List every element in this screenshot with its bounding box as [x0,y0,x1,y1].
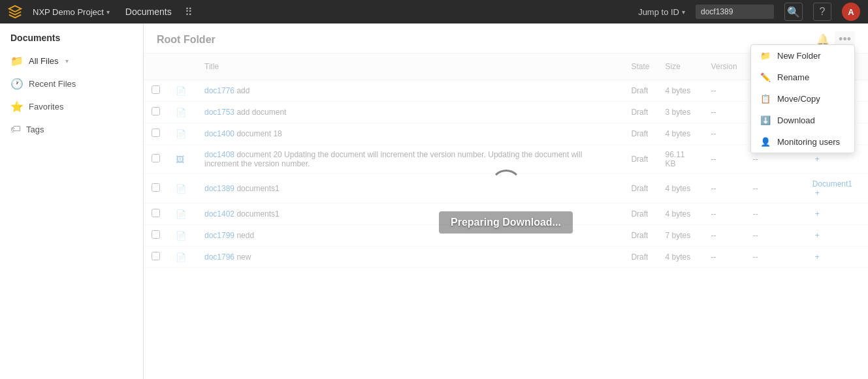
table-row: 📄 doc1402 documents1 Draft 4 bytes -- --… [144,204,868,225]
doc-name: add [236,86,249,95]
row-version-cell: -- [703,174,745,204]
monitoring-icon: 👤 [760,137,771,147]
app-layout: Documents 📁 All Files ▾ 🕐 Recent Files ⭐… [0,23,868,379]
sidebar-item-recent-files[interactable]: 🕐 Recent Files [0,72,143,95]
dropdown-new-folder-label: New Folder [777,51,820,61]
jump-to-id[interactable]: Jump to ID ▾ [638,7,685,17]
row-version-cell: -- [703,204,745,225]
row-checkbox-cell[interactable] [144,145,168,174]
row-modified-cell: -- [745,174,805,204]
dropdown-item-download[interactable]: ⬇️ Download [751,110,854,131]
add-version-icon[interactable]: + [815,155,820,164]
row-checkbox[interactable] [152,252,160,260]
dropdown-move-copy-label: Move/Copy [777,94,820,104]
table-row: 📄 doc1796 new Draft 4 bytes -- -- + [144,247,868,268]
doc-id-link[interactable]: doc1408 [204,150,234,159]
add-version-icon[interactable]: + [815,252,820,262]
dropdown-item-move-copy[interactable]: 📋 Move/Copy [751,88,854,110]
sidebar-item-all-files[interactable]: 📁 All Files ▾ [0,50,143,72]
user-avatar[interactable]: A [842,3,860,21]
doc-name: documents1 [236,209,279,219]
col-size: Size [657,53,703,80]
row-checkbox-cell[interactable] [144,80,168,102]
file-icon: 📄 [176,184,186,194]
version-link[interactable]: Document1 [812,179,852,189]
dropdown-monitoring-label: Monitoring users [777,137,840,147]
add-version-icon[interactable]: + [815,189,820,198]
row-icon-cell: 📄 [168,225,197,247]
doc-id-link[interactable]: doc1389 [204,184,234,193]
doc-name: nedd [236,231,254,240]
dropdown-item-rename[interactable]: ✏️ Rename [751,67,854,88]
row-modified-cell: -- [745,247,805,268]
doc-name: document 18 [236,129,281,138]
row-version-cell: -- [703,145,745,174]
doc-id-link[interactable]: doc1796 [204,252,234,262]
jump-label: Jump to ID [638,7,679,17]
doc-id-link[interactable]: doc1753 [204,108,234,117]
doc-name: documents1 [236,184,279,193]
file-icon: 📄 [176,209,186,219]
row-title-cell: doc1408 document 20 Updating the documen… [197,145,623,174]
row-checkbox[interactable] [152,183,160,192]
row-icon-cell: 📄 [168,123,197,145]
row-checkbox-cell[interactable] [144,204,168,225]
row-checkbox[interactable] [152,230,160,239]
context-dropdown-menu: 📁 New Folder ✏️ Rename 📋 Move/Copy ⬇️ Do… [750,44,855,153]
col-title: Title [197,53,623,80]
row-icon-cell: 📄 [168,174,197,204]
row-checkbox-cell[interactable] [144,123,168,145]
sidebar-item-all-files-label: All Files [29,56,59,66]
file-icon: 📄 [176,231,186,241]
row-checkbox[interactable] [152,107,160,115]
row-checkbox[interactable] [152,209,160,217]
folder-icon: 📁 [10,55,24,67]
file-icon: 📄 [176,129,186,139]
row-title-cell: doc1753 add document [197,102,623,123]
row-icon-cell: 📄 [168,80,197,102]
jump-search-input[interactable] [696,5,774,19]
search-icon[interactable]: 🔍 [784,3,803,21]
col-version: Version [703,53,745,80]
doc-id-link[interactable]: doc1799 [204,231,234,240]
row-state-cell: Draft [623,174,657,204]
doc-id-link[interactable]: doc1776 [204,86,234,95]
doc-name: new [236,252,251,262]
row-state-cell: Draft [623,123,657,145]
row-checkbox[interactable] [152,129,160,137]
dropdown-item-monitoring[interactable]: 👤 Monitoring users [751,131,854,153]
add-version-icon[interactable]: + [815,231,820,240]
row-extra-cell: + [805,204,868,225]
add-version-icon[interactable]: + [815,209,820,219]
row-state-cell: Draft [623,225,657,247]
dropdown-item-new-folder[interactable]: 📁 New Folder [751,45,854,67]
sidebar-item-favorites[interactable]: ⭐ Favorites [0,95,143,118]
help-icon[interactable]: ? [813,3,831,21]
doc-id-link[interactable]: doc1402 [204,209,234,219]
row-checkbox-cell[interactable] [144,247,168,268]
project-selector[interactable]: NXP Demo Project ▾ [33,7,110,17]
row-title-cell: doc1796 new [197,247,623,268]
top-navigation: NXP Demo Project ▾ Documents ⠿ Jump to I… [0,0,868,23]
col-icon [168,53,197,80]
row-modified-cell: -- [745,225,805,247]
download-icon: ⬇️ [760,115,771,125]
jump-arrow-icon: ▾ [682,8,685,16]
doc-id-link[interactable]: doc1400 [204,129,234,138]
grid-icon[interactable]: ⠿ [185,6,193,18]
sidebar-item-tags-label: Tags [26,125,44,134]
image-icon: 🖼 [176,155,184,164]
project-chevron-icon: ▾ [106,8,110,16]
row-extra-cell: Document1 + [805,174,868,204]
row-checkbox-cell[interactable] [144,174,168,204]
documents-label: Documents [125,7,172,17]
doc-name: add document [236,108,286,117]
row-checkbox[interactable] [152,85,160,94]
row-checkbox-cell[interactable] [144,102,168,123]
row-checkbox-cell[interactable] [144,225,168,247]
app-logo [8,5,22,19]
table-row: 📄 doc1799 nedd Draft 7 bytes -- -- + [144,225,868,247]
sidebar-item-tags[interactable]: 🏷 Tags [0,118,143,140]
row-checkbox[interactable] [152,154,160,162]
folder-title: Root Folder [157,34,816,46]
